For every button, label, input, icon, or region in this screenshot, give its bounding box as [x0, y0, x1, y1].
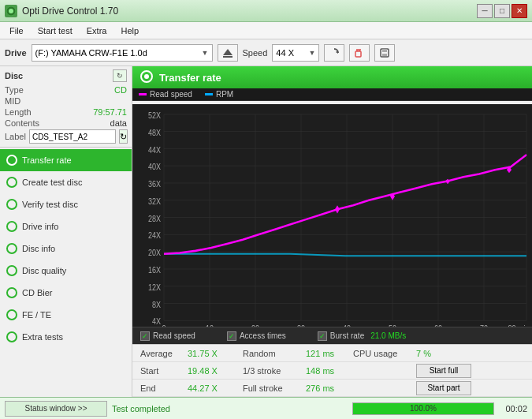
sidebar: Disc ↻ Type CD MID Length 79:57.71 Conte… [0, 66, 132, 397]
sidebar-nav: Transfer rate Create test disc Verify te… [0, 148, 132, 397]
checkboxes-row: ✓ Read speed ✓ Access times ✓ Burst rate… [132, 327, 532, 344]
chart-title: Transfer rate [159, 72, 221, 84]
svg-text:40X: 40X [148, 162, 161, 171]
end-label: End [140, 383, 188, 393]
drive-select-group: (F:) YAMAHA CRW-F1E 1.0d ▼ [32, 44, 213, 62]
menu-start-test[interactable]: Start test [32, 24, 79, 37]
svg-rect-14 [132, 104, 532, 327]
speed-dropdown-value: 44 X [276, 48, 294, 58]
nav-verify-test-disc-label: Verify test disc [22, 200, 78, 209]
nav-fe-te-label: FE / TE [22, 310, 51, 320]
window-title: Opti Drive Control 1.70 [22, 6, 118, 17]
svg-text:60: 60 [434, 324, 442, 327]
svg-text:48X: 48X [148, 128, 161, 137]
legend-read-speed-color [139, 93, 147, 95]
refresh-speed-button[interactable] [324, 44, 344, 62]
end-value: 44.27 X [188, 383, 243, 393]
minimize-button[interactable]: ─ [477, 4, 493, 18]
nav-drive-info[interactable]: Drive info [0, 215, 132, 238]
nav-disc-info-label: Disc info [22, 244, 55, 253]
eject-button[interactable] [218, 44, 238, 62]
nav-cd-bier-label: CD Bier [22, 288, 53, 297]
app-icon [5, 5, 17, 17]
access-times-checkbox[interactable]: ✓ [227, 331, 236, 341]
random-value: 121 ms [306, 349, 353, 358]
burst-rate-checkbox[interactable]: ✓ [318, 331, 327, 341]
nav-transfer-rate[interactable]: Transfer rate [0, 149, 132, 171]
disc-label-input[interactable] [29, 129, 116, 144]
nav-transfer-rate-label: Transfer rate [22, 155, 72, 165]
legend-rpm: RPM [205, 90, 233, 99]
disc-contents-row: Contents data [5, 118, 127, 128]
drive-dropdown-arrow-icon: ▼ [202, 49, 209, 57]
svg-text:44X: 44X [148, 144, 161, 154]
legend-rpm-color [205, 93, 213, 95]
nav-create-test-disc[interactable]: Create test disc [0, 171, 132, 193]
chart-svg: 52X 48X 44X 40X 36X 32X 28X 24X 20X 16X … [132, 104, 532, 327]
save-button[interactable] [374, 44, 395, 62]
drive-dropdown[interactable]: (F:) YAMAHA CRW-F1E 1.0d ▼ [32, 44, 213, 62]
average-label: Average [140, 349, 188, 358]
menu-bar: File Start test Extra Help [0, 22, 532, 39]
stroke-1-3-label: 1/3 stroke [243, 366, 306, 376]
disc-type-row: Type CD [5, 85, 127, 95]
disc-length-value: 79:57.71 [93, 107, 127, 117]
svg-text:28X: 28X [148, 214, 161, 223]
full-stroke-label: Full stroke [243, 383, 306, 393]
svg-rect-10 [382, 49, 387, 52]
disc-contents-value: data [110, 118, 127, 128]
close-button[interactable]: ✕ [512, 4, 527, 18]
svg-point-1 [9, 9, 13, 13]
svg-text:20X: 20X [148, 248, 161, 257]
clear-button[interactable] [349, 44, 370, 62]
chart-legend: Read speed RPM [132, 88, 532, 101]
read-speed-checkbox[interactable]: ✓ [140, 331, 150, 341]
speed-dropdown[interactable]: 44 X ▼ [272, 44, 319, 62]
status-window-button[interactable]: Status window >> [5, 401, 107, 417]
toolbar: Drive (F:) YAMAHA CRW-F1E 1.0d ▼ Speed 4… [0, 39, 532, 66]
burst-rate-value: 21.0 MB/s [370, 331, 406, 340]
disc-label-label: Label [5, 132, 26, 141]
svg-rect-3 [223, 56, 233, 58]
disc-refresh-button[interactable]: ↻ [113, 69, 127, 82]
speed-label: Speed [243, 48, 268, 58]
start-value: 19.48 X [188, 366, 243, 376]
svg-point-13 [144, 74, 149, 79]
fe-te-icon [6, 309, 17, 320]
menu-file[interactable]: File [3, 24, 30, 37]
title-bar: Opti Drive Control 1.70 ─ □ ✕ [0, 0, 532, 22]
legend-read-speed-label: Read speed [150, 90, 192, 99]
disc-label-icon-button[interactable]: ↻ [119, 129, 128, 144]
nav-verify-test-disc[interactable]: Verify test disc [0, 193, 132, 215]
svg-text:40: 40 [343, 324, 351, 327]
disc-label-row: Label ↻ [5, 129, 127, 144]
drive-dropdown-value: (F:) YAMAHA CRW-F1E 1.0d [35, 48, 147, 58]
access-times-checkbox-label: Access times [240, 331, 286, 340]
disc-panel: Disc ↻ Type CD MID Length 79:57.71 Conte… [0, 66, 132, 148]
average-row: Average 31.75 X Random 121 ms CPU usage … [132, 345, 532, 362]
speed-dropdown-arrow-icon: ▼ [308, 49, 315, 57]
start-part-button[interactable]: Start part [416, 381, 471, 395]
main-layout: Disc ↻ Type CD MID Length 79:57.71 Conte… [0, 66, 532, 397]
start-full-button[interactable]: Start full [416, 364, 471, 378]
nav-disc-info[interactable]: Disc info [0, 238, 132, 260]
nav-disc-quality[interactable]: Disc quality [0, 260, 132, 282]
disc-contents-label: Contents [5, 118, 39, 128]
full-stroke-value: 276 ms [306, 383, 353, 393]
create-test-disc-icon [6, 177, 17, 188]
nav-extra-tests[interactable]: Extra tests [0, 326, 132, 348]
svg-text:70: 70 [480, 324, 488, 327]
chart-area: 52X 48X 44X 40X 36X 32X 28X 24X 20X 16X … [132, 101, 532, 327]
time-display: 00:02 [499, 404, 527, 413]
svg-text:4X: 4X [152, 316, 161, 326]
extra-tests-icon [6, 331, 17, 342]
nav-fe-te[interactable]: FE / TE [0, 304, 132, 326]
menu-help[interactable]: Help [114, 24, 145, 37]
nav-cd-bier[interactable]: CD Bier [0, 282, 132, 304]
maximize-button[interactable]: □ [494, 4, 510, 18]
menu-extra[interactable]: Extra [80, 24, 113, 37]
status-bar: Status window >> Test completed 100.0% 0… [0, 397, 532, 419]
disc-mid-label: MID [5, 96, 20, 106]
end-row: End 44.27 X Full stroke 276 ms Start par… [132, 380, 532, 397]
legend-read-speed: Read speed [139, 90, 192, 99]
